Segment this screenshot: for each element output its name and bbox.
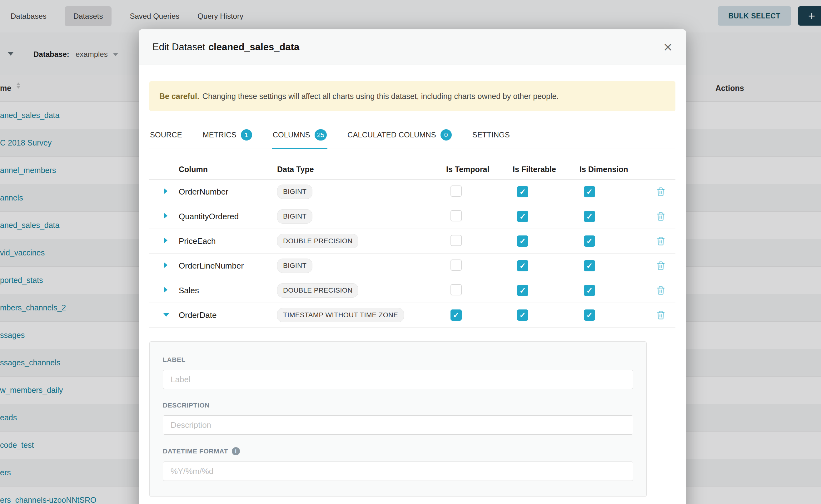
close-icon[interactable]: × [664,40,672,55]
delete-column-icon[interactable] [656,212,665,221]
tab-label: METRICS [203,131,236,139]
expand-caret-icon[interactable] [164,213,167,219]
is-filterable-checkbox[interactable] [517,211,528,222]
expand-caret-icon[interactable] [164,287,167,293]
info-icon[interactable]: i [232,447,240,455]
column-name: OrderDate [179,310,216,320]
is-filterable-checkbox[interactable] [517,309,528,321]
label-field-label-text: LABEL [163,356,185,363]
tab-label: COLUMNS [273,131,310,139]
data-type-pill: BIGINT [277,209,312,224]
is-filterable-checkbox[interactable] [517,260,528,271]
is-filterable-checkbox[interactable] [517,235,528,247]
is-dimension-checkbox[interactable] [584,285,595,296]
modal-title-prefix: Edit Dataset [152,42,205,52]
modal-tab-bar: SOURCEMETRICS1COLUMNS25CALCULATED COLUMN… [149,124,675,149]
column-name: OrderNumber [179,187,228,196]
datetime-format-label-text: DATETIME FORMAT [163,447,228,455]
delete-column-icon[interactable] [656,236,665,246]
data-type-pill: BIGINT [277,259,312,273]
header-is-dimension: Is Dimension [580,165,646,174]
modal-title-dataset-name: cleaned_sales_data [208,42,299,52]
description-field-group: DESCRIPTION [163,402,633,435]
datetime-format-input[interactable] [163,462,633,481]
tab-label: SOURCE [150,131,182,139]
header-is-filterable: Is Filterable [513,165,580,174]
is-temporal-checkbox[interactable] [451,259,462,271]
expand-caret-icon[interactable] [164,188,167,194]
modal-title: Edit Datasetcleaned_sales_data [152,42,299,53]
is-filterable-checkbox[interactable] [517,285,528,296]
column-name: QuantityOrdered [179,212,239,221]
is-filterable-checkbox[interactable] [517,186,528,197]
data-type-pill: DOUBLE PRECISION [277,234,358,248]
header-column: Column [179,165,277,174]
collapse-caret-icon[interactable] [163,313,169,317]
column-detail-panel: LABEL DESCRIPTION DATETIME FORMAT i [149,341,647,497]
delete-column-icon[interactable] [656,261,665,270]
delete-column-icon[interactable] [656,187,665,196]
warning-bold-text: Be careful. [159,92,199,101]
modal-body: Be careful. Changing these settings will… [139,65,686,497]
tab-calculated-columns[interactable]: CALCULATED COLUMNS0 [347,124,453,149]
tab-columns[interactable]: COLUMNS25 [272,124,327,149]
tab-count-badge: 25 [314,129,327,141]
datetime-format-field-label: DATETIME FORMAT i [163,447,633,455]
delete-column-icon[interactable] [656,286,665,295]
is-temporal-checkbox[interactable] [451,185,462,197]
warning-banner: Be careful. Changing these settings will… [149,81,675,111]
expand-caret-icon[interactable] [164,237,167,244]
is-dimension-checkbox[interactable] [584,260,595,271]
delete-column-icon[interactable] [656,310,665,320]
is-temporal-checkbox[interactable] [451,235,462,246]
header-is-temporal: Is Temporal [446,165,513,174]
tab-settings[interactable]: SETTINGS [472,124,511,149]
warning-text: Changing these settings will affect all … [202,92,559,101]
edit-dataset-modal: Edit Datasetcleaned_sales_data × Be care… [139,29,686,504]
data-type-pill: TIMESTAMP WITHOUT TIME ZONE [277,308,404,322]
column-row: OrderDateTIMESTAMP WITHOUT TIME ZONE [149,303,675,328]
data-type-pill: BIGINT [277,185,312,199]
is-dimension-checkbox[interactable] [584,186,595,197]
is-dimension-checkbox[interactable] [584,309,595,321]
expand-caret-icon[interactable] [164,262,167,268]
label-field-group: LABEL [163,356,633,389]
tab-count-badge: 0 [441,129,452,141]
tab-label: SETTINGS [472,131,510,139]
modal-header: Edit Datasetcleaned_sales_data × [139,29,686,65]
description-field-label-text: DESCRIPTION [163,402,210,409]
label-input[interactable] [163,370,633,389]
is-dimension-checkbox[interactable] [584,235,595,247]
columns-table: Column Data Type Is Temporal Is Filterab… [149,160,675,328]
description-field-label: DESCRIPTION [163,402,633,409]
is-temporal-checkbox[interactable] [451,210,462,221]
header-data-type: Data Type [277,165,446,174]
data-type-pill: DOUBLE PRECISION [277,283,358,298]
columns-table-body: OrderNumberBIGINTQuantityOrderedBIGINTPr… [149,180,675,328]
is-temporal-checkbox[interactable] [451,284,462,295]
columns-table-header-row: Column Data Type Is Temporal Is Filterab… [149,160,675,180]
column-row: QuantityOrderedBIGINT [149,204,675,229]
column-row: OrderNumberBIGINT [149,180,675,204]
column-row: SalesDOUBLE PRECISION [149,278,675,303]
description-input[interactable] [163,415,633,435]
column-name: Sales [179,286,199,295]
tab-source[interactable]: SOURCE [149,124,183,149]
column-name: PriceEach [179,236,216,246]
tab-metrics[interactable]: METRICS1 [202,124,253,149]
tab-label: CALCULATED COLUMNS [347,131,436,139]
datetime-format-field-group: DATETIME FORMAT i [163,447,633,481]
column-name: OrderLineNumber [179,261,244,270]
is-temporal-checkbox[interactable] [451,309,462,321]
is-dimension-checkbox[interactable] [584,211,595,222]
column-row: OrderLineNumberBIGINT [149,254,675,278]
column-row: PriceEachDOUBLE PRECISION [149,229,675,254]
tab-count-badge: 1 [241,129,252,141]
label-field-label: LABEL [163,356,633,363]
